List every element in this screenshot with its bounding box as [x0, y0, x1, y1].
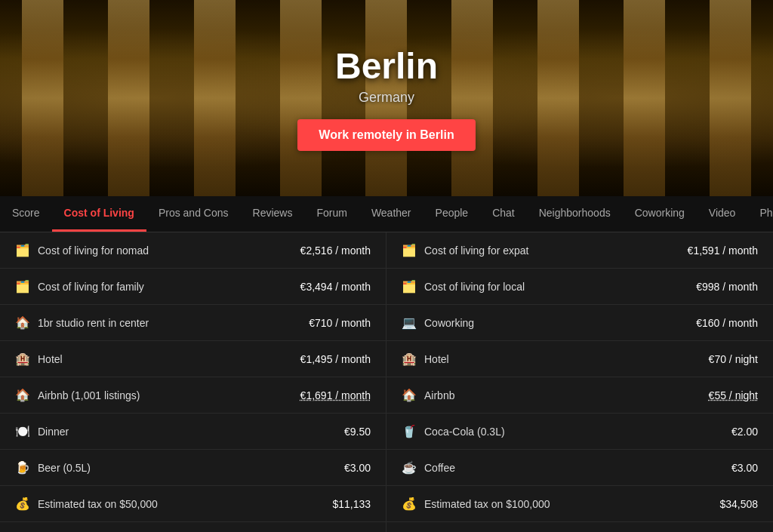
cost-row: 🥤Coca-Cola (0.3L)€2.00 [386, 414, 773, 450]
cost-row: 💰Estimated tax on $50,000$11,133 [0, 486, 386, 522]
cost-row-icon: ☕ [402, 460, 417, 475]
cost-row: 🏠1br studio rent in center€710 / month [0, 305, 386, 341]
cost-row: 🏠Airbnb (1,001 listings)€1,691 / month [0, 377, 386, 414]
cost-row-label: 1br studio rent in center [38, 317, 149, 329]
cost-row-label-group: 🗂️Cost of living for expat [402, 243, 529, 257]
nav-item-weather[interactable]: Weather [359, 196, 423, 232]
cost-row-icon: 💰 [402, 497, 417, 511]
hero-content: Berlin Germany Work remotely in Berlin [297, 45, 475, 151]
cost-row-label-group: 🗂️Cost of living for local [402, 279, 525, 294]
cost-row: 🍽️Dinner€9.50 [0, 414, 386, 450]
cost-row: 🗂️Cost of living for family€3,494 / mont… [0, 269, 386, 305]
cost-row-value: €9.50 [344, 426, 371, 438]
cost-row-value: €3.00 [344, 462, 371, 474]
cost-row-icon: 🍺 [15, 460, 30, 475]
cost-row-label: Estimated tax on $100,000 [424, 498, 550, 510]
nav-item-coworking[interactable]: Coworking [623, 196, 697, 232]
nav-item-score[interactable]: Score [0, 196, 52, 232]
cost-row-value: €710 / month [309, 317, 371, 329]
cost-row-value: €1,691 / month [300, 389, 371, 401]
cost-row: 🗂️Cost of living for expat€1,591 / month [386, 232, 773, 269]
nav-item-forum[interactable]: Forum [304, 196, 359, 232]
cost-row-value: €3,494 / month [300, 281, 371, 293]
cost-row-icon: 🏠 [402, 388, 417, 402]
right-cost-panel: 🗂️Cost of living for expat€1,591 / month… [386, 232, 773, 532]
cost-row-label: Cost of living for expat [424, 244, 529, 257]
cost-row-value: $34,508 [719, 498, 758, 510]
cost-row-label-group: 🥤Coca-Cola (0.3L) [402, 424, 505, 438]
cost-row-icon: 🍽️ [15, 424, 30, 438]
cost-row-label: Beer (0.5L) [38, 462, 91, 474]
cost-row-label-group: 🏨Hotel [15, 352, 63, 366]
cost-row-label-group: 🗂️Cost of living for nomad [15, 243, 149, 257]
cost-row-label: Dinner [38, 426, 69, 438]
cost-row-label: Coworking [424, 317, 474, 329]
cost-row-label: Airbnb (1,001 listings) [38, 389, 140, 401]
nav-item-people[interactable]: People [423, 196, 481, 232]
nav-item-reviews[interactable]: Reviews [241, 196, 305, 232]
navigation-bar: ScoreCost of LivingPros and ConsReviewsF… [0, 196, 773, 232]
cost-row: 🏠Airbnb€55 / night [386, 377, 773, 414]
cost-row-icon: 💰 [15, 497, 30, 511]
cost-row: 🗂️Cost of living for local€998 / month [386, 269, 773, 305]
cost-row-value: €1,591 / month [688, 244, 758, 257]
cost-row-value: €2,516 / month [300, 244, 371, 257]
country-subtitle: Germany [297, 90, 475, 106]
cost-row: 💻Coworking€160 / month [386, 305, 773, 341]
cost-row: 💰Estimated tax on $250,000$100,974 [0, 522, 386, 532]
cost-row-label: Coffee [424, 462, 455, 474]
cost-row-empty [386, 522, 773, 532]
cost-row-icon: 🏠 [15, 388, 30, 402]
cost-row-icon: 🏨 [402, 352, 417, 366]
cost-row-icon: 🏨 [15, 352, 30, 366]
cost-row: 💰Estimated tax on $100,000$34,508 [386, 486, 773, 522]
cost-row-label: Hotel [38, 353, 63, 365]
city-title: Berlin [297, 45, 475, 87]
cost-row-label-group: ☕Coffee [402, 460, 455, 475]
cost-row: 🗂️Cost of living for nomad€2,516 / month [0, 232, 386, 269]
cost-row-icon: 🗂️ [15, 279, 30, 294]
cost-row-icon: 🗂️ [402, 243, 417, 257]
nav-item-video[interactable]: Video [697, 196, 748, 232]
left-cost-panel: 🗂️Cost of living for nomad€2,516 / month… [0, 232, 386, 532]
cost-row-label: Airbnb [424, 389, 454, 401]
cost-row-value: €998 / month [696, 281, 758, 293]
cost-row-label: Coca-Cola (0.3L) [424, 426, 505, 438]
nav-item-cost-of-living[interactable]: Cost of Living [52, 196, 146, 232]
cost-row-label-group: 🍽️Dinner [15, 424, 69, 438]
cost-row-label: Cost of living for nomad [38, 244, 149, 257]
nav-item-photos[interactable]: Photos [747, 196, 773, 232]
cost-row-icon: 🗂️ [402, 279, 417, 294]
work-remotely-button[interactable]: Work remotely in Berlin [297, 119, 475, 151]
cost-row-value: €55 / night [709, 389, 758, 401]
cost-row-label-group: 💻Coworking [402, 315, 474, 330]
nav-item-chat[interactable]: Chat [480, 196, 527, 232]
cost-row-label-group: 💰Estimated tax on $100,000 [402, 497, 550, 511]
cost-row-value: €3.00 [731, 462, 758, 474]
cost-grid: 🗂️Cost of living for nomad€2,516 / month… [0, 232, 773, 532]
cost-row-value: €2.00 [731, 426, 758, 438]
cost-row-value: $11,133 [332, 498, 371, 510]
cost-row: 🍺Beer (0.5L)€3.00 [0, 450, 386, 486]
content-area: 🗂️Cost of living for nomad€2,516 / month… [0, 232, 773, 532]
cost-row: 🏨Hotel€70 / night [386, 341, 773, 377]
cost-row-icon: 🗂️ [15, 243, 30, 257]
cost-row-label: Hotel [424, 353, 449, 365]
cost-row-label-group: 🏨Hotel [402, 352, 449, 366]
cost-row-label-group: 🏠1br studio rent in center [15, 315, 149, 330]
cost-row: 🏨Hotel€1,495 / month [0, 341, 386, 377]
cost-row-label: Cost of living for family [38, 281, 144, 293]
nav-item-pros-and-cons[interactable]: Pros and Cons [146, 196, 241, 232]
cost-row-label: Estimated tax on $50,000 [38, 498, 158, 510]
cost-row-icon: 💻 [402, 315, 417, 330]
cost-row-label-group: 🏠Airbnb [402, 388, 454, 402]
cost-row-label-group: 🏠Airbnb (1,001 listings) [15, 388, 140, 402]
cost-row-label-group: 🗂️Cost of living for family [15, 279, 144, 294]
cost-row-label-group: 🍺Beer (0.5L) [15, 460, 91, 475]
cost-row: ☕Coffee€3.00 [386, 450, 773, 486]
cost-row-value: €1,495 / month [300, 353, 371, 365]
hero-section: Berlin Germany Work remotely in Berlin [0, 0, 773, 196]
cost-row-value: €160 / month [696, 317, 758, 329]
nav-item-neighborhoods[interactable]: Neighborhoods [527, 196, 623, 232]
cost-row-label: Cost of living for local [424, 281, 525, 293]
